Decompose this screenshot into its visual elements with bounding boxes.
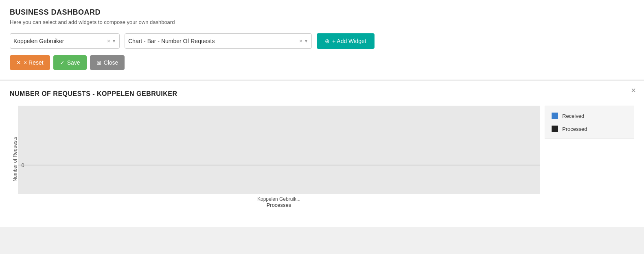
add-widget-label: + Add Widget: [332, 38, 366, 44]
widget-type-input[interactable]: [128, 38, 298, 44]
process-clear-icon[interactable]: ×: [105, 38, 112, 44]
action-buttons: ✕ × Reset ✓ Save ⊠ Close: [10, 55, 634, 70]
reset-icon: ✕: [16, 59, 21, 66]
reset-label: × Reset: [24, 59, 44, 66]
chart-main: 0 Koppelen Gebruik... Processes: [18, 106, 540, 213]
received-color-box: [552, 113, 558, 119]
save-button[interactable]: ✓ Save: [53, 55, 87, 70]
chart-area: Number of Requests 0 Koppelen Gebruik...…: [10, 106, 634, 213]
save-label: Save: [67, 59, 80, 66]
chart-svg-area: 0: [18, 106, 540, 194]
processed-color-box: [552, 126, 558, 132]
process-arrow-icon[interactable]: ▾: [112, 38, 116, 44]
controls-row: × ▾ × ▾ ⊕ + Add Widget: [10, 33, 634, 49]
processed-label: Processed: [562, 126, 587, 132]
svg-text:0: 0: [22, 162, 24, 168]
chart-legend: Received Processed: [545, 106, 634, 139]
process-input[interactable]: [13, 38, 105, 44]
legend-item-processed: Processed: [552, 126, 627, 132]
widget-type-dropdown[interactable]: × ▾: [125, 33, 312, 49]
save-icon: ✓: [60, 59, 65, 66]
add-widget-icon: ⊕: [325, 38, 330, 44]
x-label-process-name: Koppelen Gebruik...: [257, 196, 300, 202]
close-action-button[interactable]: ⊠ Close: [90, 55, 125, 70]
close-icon[interactable]: ×: [631, 86, 636, 94]
process-dropdown[interactable]: × ▾: [10, 33, 120, 49]
page-title: BUSINESS DASHBOARD: [10, 8, 634, 17]
x-axis-label: Processes: [267, 202, 291, 208]
x-axis-labels: Koppelen Gebruik... Processes: [18, 194, 540, 213]
received-label: Received: [562, 113, 584, 119]
widget-type-arrow-icon[interactable]: ▾: [304, 38, 308, 44]
top-panel: BUSINESS DASHBOARD Here you can select a…: [0, 0, 644, 80]
page-subtitle: Here you can select and add widgets to c…: [10, 19, 634, 25]
chart-panel: × NUMBER OF REQUESTS - KOPPELEN GEBRUIKE…: [0, 80, 644, 227]
widget-type-clear-icon[interactable]: ×: [298, 38, 304, 44]
chart-title: NUMBER OF REQUESTS - KOPPELEN GEBRUIKER: [10, 90, 634, 98]
close-action-label: Close: [104, 59, 118, 66]
y-axis-label: Number of Requests: [10, 106, 18, 213]
reset-button[interactable]: ✕ × Reset: [10, 55, 50, 70]
legend-item-received: Received: [552, 113, 627, 119]
add-widget-button[interactable]: ⊕ + Add Widget: [317, 33, 375, 49]
close-action-icon: ⊠: [96, 59, 101, 66]
